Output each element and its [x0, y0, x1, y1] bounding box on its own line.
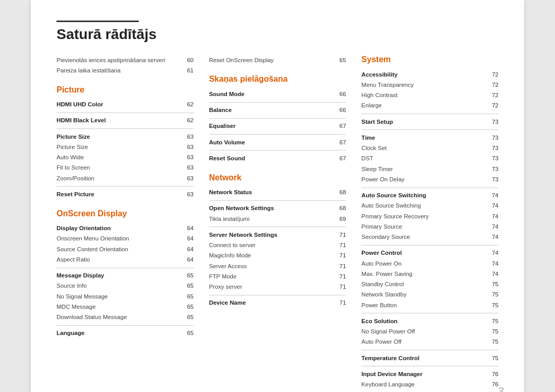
toc-label: Server Network Settings	[209, 231, 334, 239]
section-title: Network	[209, 173, 346, 182]
toc-row: Menu Transparency72	[361, 80, 498, 90]
toc-label: Tikla iestatījumi	[209, 215, 334, 223]
toc-num: 63	[181, 190, 194, 199]
toc-num: 75	[486, 317, 498, 326]
toc-label: Auto Wide	[57, 153, 181, 162]
divider	[361, 129, 498, 130]
toc-label: Keyboard Language	[361, 380, 486, 389]
toc-row: Network Standby75	[361, 290, 498, 300]
toc-num: 73	[486, 134, 498, 142]
toc-row: HDMI UHD Color62	[57, 100, 194, 110]
toc-row: High Contrast72	[361, 90, 498, 101]
toc-row: Server Access71	[209, 261, 346, 271]
toc-num: 72	[486, 91, 498, 100]
toc-label: Zoom/Position	[57, 174, 181, 183]
toc-columns: Pievienotās ierices apstiprināšana serve…	[57, 55, 498, 390]
toc-label: Reset Picture	[57, 190, 181, 199]
toc-num: 71	[334, 298, 346, 307]
toc-row: FTP Mode71	[209, 271, 346, 282]
toc-num: 61	[181, 66, 194, 75]
toc-label: Connect to server	[209, 241, 334, 250]
toc-label: Reset OnScreen Display	[209, 56, 334, 65]
toc-row: Sleep Timer73	[361, 164, 498, 174]
toc-num: 66	[334, 106, 346, 115]
toc-num: 75	[486, 338, 498, 346]
toc-row: Balance66	[209, 105, 346, 116]
toc-num: 73	[486, 144, 498, 153]
toc-row: Picture Size63	[57, 132, 194, 142]
toc-row: Network Status68	[209, 188, 346, 198]
toc-label: No Signal Power Off	[361, 327, 486, 336]
toc-row: Time73	[361, 133, 498, 143]
toc-label: Auto Power On	[361, 259, 486, 268]
toc-row: Power On Delay73	[361, 174, 498, 184]
toc-num: 71	[334, 251, 346, 260]
toc-row: Auto Source Switching74	[361, 191, 498, 201]
toc-row: Aspect Ratio64	[57, 254, 194, 265]
col1: Pievienotās ierices apstiprināšana serve…	[57, 55, 209, 390]
toc-label: Balance	[209, 106, 334, 115]
toc-num: 75	[486, 301, 498, 310]
toc-label: Proxy server	[209, 283, 334, 291]
toc-num: 75	[486, 354, 498, 363]
toc-num: 63	[181, 163, 194, 172]
toc-label: DST	[361, 154, 486, 163]
col2: Reset OnScreen Display65Skaņas pielāgoša…	[209, 55, 362, 390]
toc-row: Power Control74	[361, 248, 498, 258]
title-bar	[57, 21, 139, 22]
toc-row: Reset OnScreen Display65	[209, 55, 346, 65]
toc-label: Auto Power Off	[361, 338, 486, 346]
toc-num: 65	[181, 303, 194, 311]
toc-num: 65	[181, 313, 194, 322]
divider	[361, 188, 498, 188]
toc-row: Equaliser67	[209, 121, 346, 132]
toc-label: Primary Source Recovery	[361, 212, 486, 221]
toc-label: Input Device Manager	[361, 370, 486, 379]
toc-row: Connect to server71	[209, 240, 346, 251]
toc-label: Secondary Source	[361, 233, 486, 241]
toc-row: Accessibility72	[361, 69, 498, 80]
toc-num: 74	[486, 191, 498, 200]
toc-label: Display Orientation	[57, 224, 181, 233]
divider	[209, 227, 346, 227]
toc-row: Pievienotās ierices apstiprināšana serve…	[57, 55, 194, 65]
divider	[57, 113, 194, 113]
toc-label: Sleep Timer	[361, 165, 486, 174]
toc-row: Fit to Screen63	[57, 163, 194, 173]
toc-row: Display Orientation64	[57, 223, 194, 234]
toc-label: HDMI UHD Color	[57, 100, 181, 109]
toc-num: 72	[486, 101, 498, 110]
toc-row: HDMI Black Level62	[57, 116, 194, 126]
toc-label: Device Name	[209, 298, 334, 307]
toc-row: MDC Message65	[57, 302, 194, 312]
toc-label: Enlarge	[361, 101, 486, 110]
toc-num: 64	[181, 234, 194, 243]
toc-num: 76	[486, 370, 498, 379]
divider	[361, 350, 498, 350]
toc-num: 63	[181, 133, 194, 141]
section-title: System	[361, 55, 498, 64]
toc-num: 71	[334, 272, 346, 281]
toc-row: Input Device Manager76	[361, 369, 498, 379]
toc-num: 64	[181, 245, 194, 254]
toc-label: Power On Delay	[361, 175, 486, 184]
toc-row: Proxy server71	[209, 282, 346, 292]
toc-num: 74	[486, 222, 498, 231]
toc-label: Time	[361, 134, 486, 142]
toc-label: Sound Mode	[209, 90, 334, 99]
section-title: OnScreen Display	[57, 209, 194, 218]
toc-num: 74	[486, 233, 498, 241]
toc-row: Server Network Settings71	[209, 230, 346, 240]
page: Saturā rādītājs Pievienotās ierices apst…	[31, 0, 524, 392]
toc-row: Temperature Control75	[361, 353, 498, 363]
toc-row: Auto Wide63	[57, 153, 194, 163]
toc-label: Download Status Message	[57, 313, 181, 322]
toc-row: Source Info65	[57, 281, 194, 291]
toc-num: 73	[486, 175, 498, 184]
toc-row: MagicInfo Mode71	[209, 251, 346, 261]
section-title: Skaņas pielāgošana	[209, 74, 346, 84]
toc-num: 64	[181, 255, 194, 264]
toc-row: Auto Power On74	[361, 258, 498, 269]
toc-row: Zoom/Position63	[57, 173, 194, 183]
toc-num: 75	[486, 327, 498, 336]
